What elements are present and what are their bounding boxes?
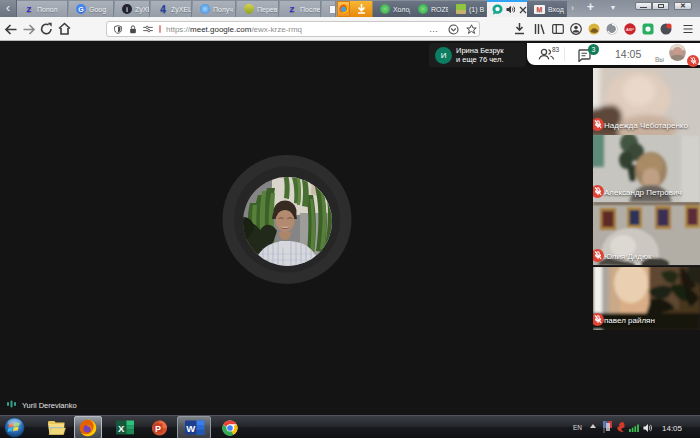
svg-text:X: X <box>118 423 125 434</box>
svg-text:ABP: ABP <box>626 27 634 32</box>
svg-text:P: P <box>155 424 161 434</box>
svg-text:W: W <box>186 423 195 434</box>
